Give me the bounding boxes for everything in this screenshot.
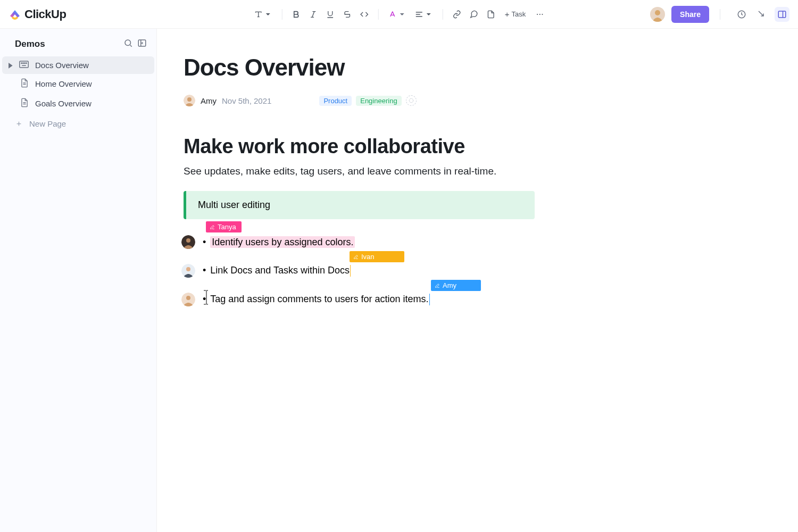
chevron-right-icon: ▶ — [9, 61, 13, 69]
share-button[interactable]: Share — [671, 6, 709, 23]
doc-meta: Amy Nov 5th, 2021 Product Engineering — [184, 95, 755, 106]
topbar: ClickUp +Task Share — [0, 0, 798, 29]
callout-block[interactable]: Multi user editing — [184, 191, 535, 219]
doc-heading[interactable]: Make work more collaborative — [184, 135, 755, 158]
sidebar-item-label: Docs Overview — [35, 61, 89, 70]
tag-engineering[interactable]: Engineering — [356, 96, 401, 106]
svg-point-22 — [186, 296, 190, 300]
user-cursor-tag-ivan: Ivan — [350, 251, 404, 262]
svg-point-15 — [187, 97, 192, 102]
doc-date: Nov 5th, 2021 — [222, 96, 271, 105]
svg-point-0 — [537, 13, 538, 14]
plus-icon: ＋ — [15, 119, 23, 129]
bold-button[interactable] — [289, 7, 304, 22]
collaborator-avatar — [181, 235, 195, 249]
svg-rect-9 — [20, 61, 29, 68]
more-button[interactable] — [532, 7, 547, 22]
panel-toggle-icon[interactable] — [775, 7, 789, 22]
strikethrough-button[interactable] — [340, 7, 355, 22]
text-style-dropdown[interactable] — [251, 7, 276, 22]
svg-point-2 — [542, 13, 543, 14]
document-content[interactable]: Docs Overview Amy Nov 5th, 2021 Product … — [157, 29, 798, 532]
bullet-text: Link Docs and Tasks within Docs — [210, 265, 350, 276]
user-cursor-tag-tanya: Tanya — [206, 221, 242, 232]
collaborator-avatar — [181, 293, 195, 306]
svg-point-18 — [186, 238, 190, 243]
sidebar: Demos ▶ Docs Overview Home Overview Goal… — [0, 29, 157, 532]
download-icon[interactable] — [754, 7, 769, 22]
doc-icon — [20, 98, 29, 109]
bullet-row[interactable]: Ivan •Link Docs and Tasks within Docs — [184, 264, 755, 278]
sidebar-item-label: Goals Overview — [35, 99, 92, 108]
formatting-toolbar: +Task — [251, 7, 547, 22]
svg-point-11 — [23, 63, 23, 63]
doc-title[interactable]: Docs Overview — [184, 54, 755, 81]
sidebar-item-label: Home Overview — [35, 79, 92, 88]
sidebar-item-home-overview[interactable]: Home Overview — [2, 74, 154, 94]
bullet-row[interactable]: Tanya •Identify users by assigned colors… — [184, 235, 755, 249]
align-dropdown[interactable] — [412, 7, 436, 22]
bullet-text: Tag and assign comments to users for act… — [210, 294, 428, 304]
user-cursor-tag-amy: Amy — [431, 280, 481, 291]
svg-point-7 — [125, 40, 131, 46]
bullet-text: Identify users by assigned colors. — [210, 236, 355, 248]
sidebar-item-docs-overview[interactable]: ▶ Docs Overview — [2, 56, 154, 74]
add-task-button[interactable]: +Task — [501, 7, 530, 21]
link-button[interactable] — [450, 7, 464, 22]
svg-point-20 — [186, 267, 190, 271]
logo-mark-icon — [9, 8, 21, 21]
svg-point-1 — [539, 13, 540, 14]
brand-name: ClickUp — [24, 7, 66, 21]
collaborator-avatar — [181, 264, 195, 278]
comment-button[interactable] — [467, 7, 481, 22]
underline-button[interactable] — [323, 7, 338, 22]
page-button[interactable] — [484, 7, 498, 22]
author-name: Amy — [201, 96, 217, 105]
bullet-row[interactable]: Amy •Tag and assign comments to users fo… — [184, 293, 755, 306]
logo[interactable]: ClickUp — [9, 7, 66, 21]
svg-point-16 — [409, 98, 413, 103]
code-button[interactable] — [357, 7, 372, 22]
sidebar-title: Demos — [15, 39, 45, 49]
doc-subtitle[interactable]: See updates, make edits, tag users, and … — [184, 165, 755, 177]
sidebar-item-goals-overview[interactable]: Goals Overview — [2, 94, 154, 113]
svg-point-13 — [26, 63, 27, 63]
doc-icon — [20, 78, 29, 89]
keyboard-icon — [19, 61, 29, 70]
user-avatar[interactable] — [650, 7, 665, 22]
svg-point-4 — [655, 10, 660, 15]
new-page-button[interactable]: ＋ New Page — [0, 113, 156, 134]
collapse-sidebar-icon[interactable] — [137, 38, 147, 50]
text-color-dropdown[interactable] — [385, 7, 410, 22]
search-icon[interactable] — [123, 38, 133, 50]
add-tag-button[interactable] — [406, 95, 417, 106]
tag-product[interactable]: Product — [319, 96, 352, 106]
history-icon[interactable] — [734, 7, 749, 22]
svg-rect-6 — [778, 11, 786, 18]
italic-button[interactable] — [306, 7, 321, 22]
svg-point-10 — [21, 63, 22, 63]
svg-point-12 — [24, 63, 25, 63]
author-avatar — [184, 95, 195, 106]
